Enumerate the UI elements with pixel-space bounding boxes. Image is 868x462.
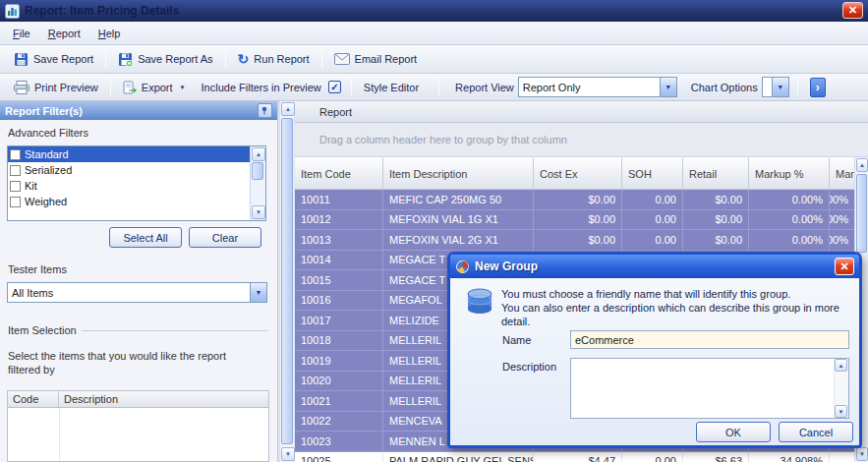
table-cell: 0.00% (749, 210, 830, 231)
save-report-as-button[interactable]: Save Report As (110, 49, 220, 70)
table-cell: 0.00% (749, 190, 830, 210)
pin-icon (260, 106, 269, 115)
new-group-dialog: New Group ✕ You must choose a friendly n… (447, 252, 862, 448)
filter-checkbox[interactable] (10, 181, 21, 192)
table-row[interactable]: 10011MEFIC CAP 250MG 50$0.000.00$0.000.0… (295, 190, 854, 210)
scroll-up-button[interactable]: ▲ (252, 147, 265, 161)
run-report-button[interactable]: ↻ Run Report (230, 49, 318, 69)
filter-checkbox[interactable] (10, 197, 21, 207)
table-cell: 0.00 (622, 452, 683, 462)
pin-button[interactable] (258, 103, 272, 118)
scroll-down-button[interactable]: ▼ (835, 405, 847, 418)
ok-button[interactable]: OK (696, 422, 771, 442)
arrow-down-icon: ▼ (859, 451, 865, 457)
table-cell: 0.00 (622, 190, 683, 210)
column-header-code[interactable]: Code (8, 391, 59, 407)
toolbar-separator (225, 50, 226, 69)
scroll-up-button[interactable]: ▲ (856, 158, 868, 172)
save-report-label: Save Report (33, 53, 93, 65)
email-report-label: Email Report (355, 53, 418, 65)
filter-item-label: Weighed (25, 196, 67, 207)
section-divider (83, 330, 267, 331)
select-all-button[interactable]: Select All (109, 227, 182, 248)
filter-list-scrollbar[interactable]: ▲ ▼ (250, 146, 265, 220)
table-cell: $0.00 (683, 210, 749, 231)
toolbar-secondary: Print Preview Export ▼ Include Filters i… (0, 74, 868, 101)
column-header-markup-[interactable]: Markup % (749, 157, 830, 190)
table-row[interactable]: 10012MEFOXIN VIAL 1G X1$0.000.00$0.000.0… (295, 210, 854, 231)
window-close-button[interactable]: ✕ (842, 2, 863, 19)
scroll-down-button[interactable]: ▼ (281, 447, 295, 461)
scrollbar-thumb[interactable] (856, 174, 867, 253)
style-editor-button[interactable]: Style Editor (356, 79, 427, 96)
item-selection-grid[interactable]: Code Description (7, 390, 269, 462)
filter-item-weighed[interactable]: Weighed (8, 194, 250, 209)
scroll-up-button[interactable]: ▲ (281, 102, 295, 116)
dropdown-arrow-icon: ▼ (250, 283, 266, 302)
arrow-up-icon: ▲ (285, 106, 291, 112)
dialog-close-button[interactable]: ✕ (835, 258, 854, 275)
table-cell: 10015 (295, 270, 383, 291)
filter-checkbox[interactable] (10, 165, 21, 176)
filter-checkbox[interactable] (10, 149, 21, 160)
print-preview-button[interactable]: Print Preview (6, 78, 106, 97)
name-label: Name (502, 334, 531, 346)
check-icon: ✓ (330, 83, 338, 92)
menu-item-help[interactable]: Help (89, 25, 130, 42)
email-report-button[interactable]: Email Report (326, 50, 426, 68)
textarea-scrollbar[interactable]: ▲ ▼ (834, 359, 848, 418)
filter-item-serialized[interactable]: Serialized (8, 162, 250, 178)
column-header-item-description[interactable]: Item Description (383, 157, 534, 190)
include-filters-checkbox[interactable]: ✓ (328, 81, 341, 93)
table-cell: 0.00% (830, 230, 854, 251)
filter-item-standard[interactable]: Standard (8, 146, 250, 162)
filter-list[interactable]: StandardSerializedKitWeighed ▲ ▼ (7, 145, 266, 221)
scroll-down-button[interactable]: ▼ (252, 205, 265, 219)
scroll-up-button[interactable]: ▲ (835, 359, 847, 372)
export-button[interactable]: Export ▼ (115, 78, 194, 97)
scrollbar-thumb[interactable] (252, 162, 263, 180)
scroll-down-button[interactable]: ▼ (856, 447, 868, 461)
column-header-item-code[interactable]: Item Code (295, 157, 383, 190)
report-view-combo[interactable]: Report Only ▼ (518, 77, 677, 97)
table-cell: 10022 (295, 412, 383, 433)
column-header-retail[interactable]: Retail (683, 157, 749, 190)
select-all-label: Select All (123, 232, 167, 244)
item-selection-label: Item Selection (8, 324, 77, 336)
clear-label: Clear (212, 232, 238, 244)
filter-item-label: Serialized (25, 164, 72, 176)
app-icon (5, 4, 20, 19)
toolbar-overflow-button[interactable]: › (810, 78, 826, 97)
cancel-button[interactable]: Cancel (779, 422, 853, 442)
chart-options-combo[interactable]: ▼ (762, 77, 789, 97)
toolbar-main: Save Report Save Report As ↻ Run Report (0, 45, 868, 74)
dialog-title: New Group (475, 260, 835, 273)
menu-item-report[interactable]: Report (39, 25, 89, 42)
filter-panel-header: Report Filter(s) (0, 101, 277, 120)
filter-panel-scrollbar[interactable]: ▲ ▼ (279, 101, 294, 462)
application-window: Report: Item Pricing Details ✕ FileRepor… (0, 0, 868, 462)
report-view-value: Report Only (519, 78, 660, 96)
database-icon (464, 288, 495, 316)
group-description-textarea[interactable]: ▲ ▼ (570, 358, 849, 419)
table-cell: $0.00 (534, 190, 622, 210)
group-by-hint: Drag a column header here to group by th… (319, 134, 567, 145)
arrow-up-icon: ▲ (256, 151, 261, 157)
group-by-bar[interactable]: Drag a column header here to group by th… (295, 123, 868, 157)
column-header-description[interactable]: Description (59, 391, 268, 407)
column-header-marg[interactable]: Marg (830, 157, 855, 190)
table-row[interactable]: 10025PALM RAPID GUY GEL SENS 200G$4.470.… (295, 452, 854, 462)
group-name-input[interactable] (570, 330, 849, 349)
column-header-soh[interactable]: SOH (622, 157, 683, 190)
table-row[interactable]: 10013MEFOXIN VIAL 2G X1$0.000.00$0.000.0… (295, 230, 854, 251)
scrollbar-thumb[interactable] (281, 118, 293, 444)
filter-item-kit[interactable]: Kit (8, 178, 250, 194)
tester-items-label: Tester Items (8, 263, 67, 275)
tester-items-combo[interactable]: All Items ▼ (7, 282, 267, 303)
filter-item-label: Kit (25, 180, 37, 192)
save-report-button[interactable]: Save Report (6, 49, 101, 70)
menu-item-file[interactable]: File (4, 25, 39, 42)
print-preview-label: Print Preview (34, 82, 98, 93)
clear-button[interactable]: Clear (189, 227, 261, 248)
column-header-cost-ex[interactable]: Cost Ex (534, 157, 622, 190)
